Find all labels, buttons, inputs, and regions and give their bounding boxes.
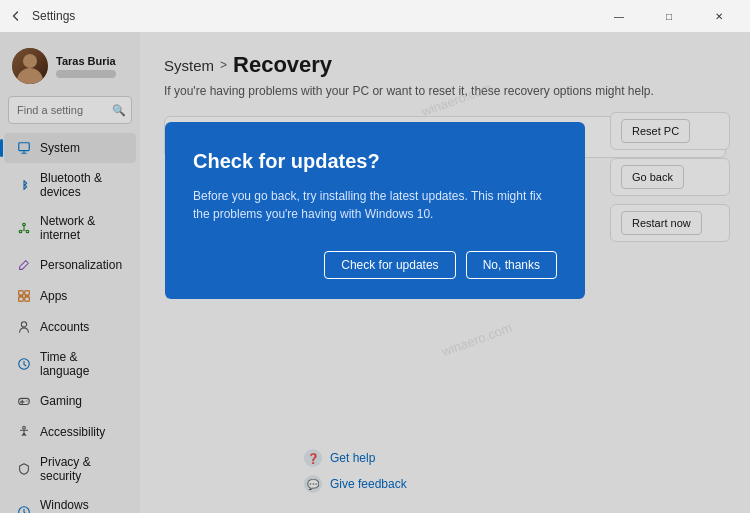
- no-thanks-button[interactable]: No, thanks: [466, 251, 557, 279]
- check-updates-button[interactable]: Check for updates: [324, 251, 455, 279]
- modal-title: Check for updates?: [193, 150, 557, 173]
- titlebar-title: Settings: [32, 9, 75, 23]
- titlebar: Settings — □ ✕: [0, 0, 750, 32]
- titlebar-left: Settings: [8, 8, 75, 24]
- modal-overlay: Check for updates? Before you go back, t…: [0, 32, 750, 513]
- close-button[interactable]: ✕: [696, 0, 742, 32]
- minimize-button[interactable]: —: [596, 0, 642, 32]
- back-button[interactable]: [8, 8, 24, 24]
- maximize-button[interactable]: □: [646, 0, 692, 32]
- modal: Check for updates? Before you go back, t…: [165, 122, 585, 299]
- modal-body: Before you go back, try installing the l…: [193, 187, 557, 223]
- titlebar-controls: — □ ✕: [596, 0, 742, 32]
- modal-actions: Check for updates No, thanks: [193, 251, 557, 279]
